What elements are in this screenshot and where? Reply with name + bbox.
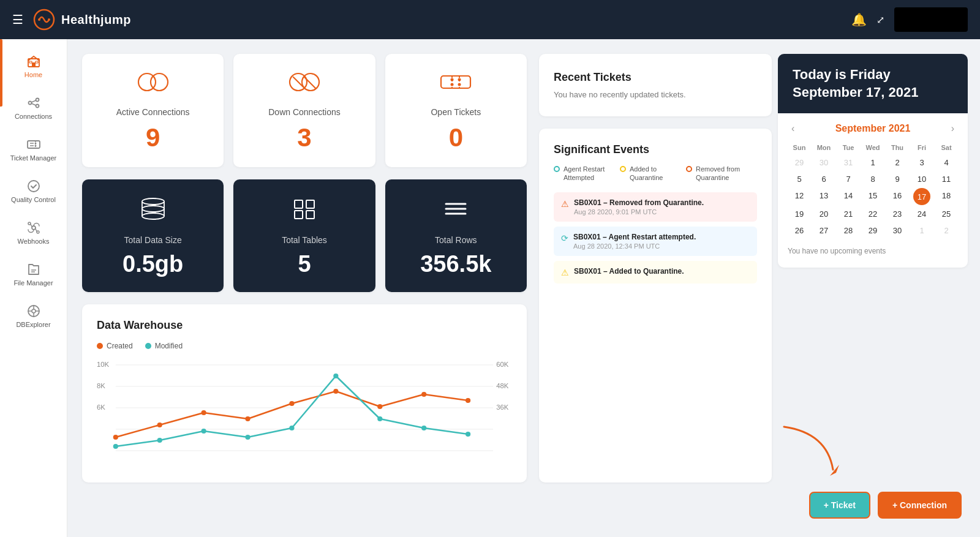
cal-day-6[interactable]: 6 — [812, 171, 835, 187]
menu-icon[interactable]: ☰ — [12, 12, 23, 27]
cal-day-20[interactable]: 20 — [812, 206, 835, 222]
sidebar-item-ticket-manager[interactable]: Ticket Manager — [0, 129, 67, 170]
calendar-next-button[interactable]: › — [948, 123, 958, 134]
add-ticket-button[interactable]: + Ticket — [809, 492, 870, 519]
data-warehouse-card: Data Warehouse Created Modified 10 — [82, 304, 527, 483]
open-tickets-icon — [439, 71, 473, 99]
svg-line-11 — [31, 103, 36, 105]
logo: Healthjump — [33, 9, 131, 31]
cal-day-11[interactable]: 11 — [935, 171, 958, 187]
legend-modified-dot — [145, 343, 151, 349]
calendar-header: ‹ September 2021 › — [788, 123, 958, 134]
cal-day-4[interactable]: 4 — [935, 155, 958, 170]
cal-day-2-next[interactable]: 2 — [935, 223, 958, 238]
svg-point-14 — [34, 145, 36, 147]
tables-value: 5 — [298, 251, 311, 277]
legend-created-dot — [97, 343, 103, 349]
cal-day-29[interactable]: 29 — [861, 223, 884, 238]
cal-day-1-next[interactable]: 1 — [910, 223, 933, 238]
legend-modified: Modified — [145, 342, 183, 350]
logo-icon — [33, 9, 55, 31]
svg-point-81 — [421, 426, 426, 430]
quality-control-icon — [26, 179, 41, 193]
cal-day-8[interactable]: 8 — [861, 171, 884, 187]
app-body: Home Connections Ticket Manager — [0, 39, 980, 537]
svg-point-24 — [32, 309, 36, 313]
cal-day-14[interactable]: 14 — [837, 188, 860, 205]
svg-point-69 — [289, 401, 294, 406]
cal-day-3[interactable]: 3 — [910, 155, 933, 170]
restart-icon-1: ⟳ — [561, 233, 568, 243]
cal-day-31-prev[interactable]: 31 — [837, 155, 860, 170]
svg-point-1 — [38, 18, 40, 21]
cal-day-16[interactable]: 16 — [886, 188, 909, 205]
cal-day-30[interactable]: 30 — [886, 223, 909, 238]
cal-day-24[interactable]: 24 — [910, 206, 933, 222]
data-size-value: 0.5gb — [123, 251, 183, 277]
sidebar-item-webhooks[interactable]: Webhooks — [0, 212, 67, 253]
sidebar-item-connections[interactable]: Connections — [0, 87, 67, 129]
svg-rect-12 — [28, 141, 40, 148]
cal-day-28[interactable]: 28 — [837, 223, 860, 238]
svg-point-18 — [32, 226, 36, 230]
sidebar-item-home[interactable]: Home — [0, 45, 67, 87]
cal-day-13[interactable]: 13 — [812, 188, 835, 205]
connections-icon — [26, 96, 41, 110]
cal-day-18[interactable]: 18 — [935, 188, 958, 205]
home-icon — [26, 54, 41, 69]
cal-day-7[interactable]: 7 — [837, 171, 860, 187]
calendar-prev-button[interactable]: ‹ — [788, 123, 798, 134]
svg-point-68 — [245, 416, 250, 421]
cal-day-19[interactable]: 19 — [788, 206, 811, 222]
cal-day-9[interactable]: 9 — [886, 171, 909, 187]
sidebar-item-dbexplorer[interactable]: DBExplorer — [0, 295, 67, 337]
data-warehouse-chart: 10K 8K 6K 60K 48K 36K — [97, 358, 512, 468]
down-connections-value: 3 — [297, 123, 311, 152]
svg-point-9 — [36, 105, 39, 108]
cal-day-17-today[interactable]: 17 — [913, 188, 930, 205]
calendar-month-label: September 2021 — [835, 123, 911, 134]
total-tables-card: Total Tables 5 — [233, 179, 375, 292]
cal-day-23[interactable]: 23 — [886, 206, 909, 222]
cal-day-27[interactable]: 27 — [812, 223, 835, 238]
add-connection-button[interactable]: + Connection — [878, 492, 962, 519]
svg-rect-4 — [32, 62, 36, 67]
cal-day-15[interactable]: 15 — [861, 188, 884, 205]
day-name-wed: Wed — [861, 141, 884, 154]
cal-day-29-prev[interactable]: 29 — [788, 155, 811, 170]
cal-day-2[interactable]: 2 — [886, 155, 909, 170]
svg-point-67 — [202, 410, 206, 415]
cal-day-26[interactable]: 26 — [788, 223, 811, 238]
cal-day-21[interactable]: 21 — [837, 206, 860, 222]
sidebar: Home Connections Ticket Manager — [0, 39, 67, 537]
down-connections-label: Down Connections — [268, 107, 341, 117]
cal-day-12[interactable]: 12 — [788, 188, 811, 205]
sidebar-item-dbexplorer-label: DBExplorer — [16, 321, 50, 328]
svg-rect-50 — [306, 211, 314, 219]
user-avatar[interactable] — [894, 7, 968, 32]
sidebar-item-ticket-manager-label: Ticket Manager — [10, 154, 56, 162]
event-row-3: ⚠ SB0X01 – Added to Quarantine. — [554, 261, 757, 284]
svg-point-17 — [28, 181, 39, 192]
sidebar-item-file-manager[interactable]: File Manager — [0, 253, 67, 295]
legend-agent-restart: Agent Restart Attempted — [554, 165, 609, 182]
event-details-2: SB0X01 – Agent Restart attempted. Aug 28… — [573, 233, 696, 250]
cal-day-25[interactable]: 25 — [935, 206, 958, 222]
sidebar-item-quality-control[interactable]: Quality Control — [0, 170, 67, 212]
expand-icon[interactable]: ⤢ — [876, 14, 884, 26]
bell-icon[interactable]: 🔔 — [851, 12, 867, 27]
cal-day-30-prev[interactable]: 30 — [812, 155, 835, 170]
cal-day-10[interactable]: 10 — [910, 171, 933, 187]
cal-day-1[interactable]: 1 — [861, 155, 884, 170]
svg-text:36K: 36K — [496, 404, 509, 411]
event-time-1: Aug 28 2020, 9:01 PM UTC — [574, 208, 704, 216]
significant-events-title: Significant Events — [554, 143, 757, 156]
legend-removed-quarantine-label: Removed from Quarantine — [696, 165, 741, 182]
svg-point-20 — [37, 231, 39, 233]
svg-point-77 — [245, 435, 250, 440]
yellow-icon-1: ⚠ — [561, 268, 569, 277]
svg-point-76 — [202, 429, 206, 434]
cal-day-5[interactable]: 5 — [788, 171, 811, 187]
cal-day-22[interactable]: 22 — [861, 206, 884, 222]
data-warehouse-title: Data Warehouse — [97, 319, 512, 332]
